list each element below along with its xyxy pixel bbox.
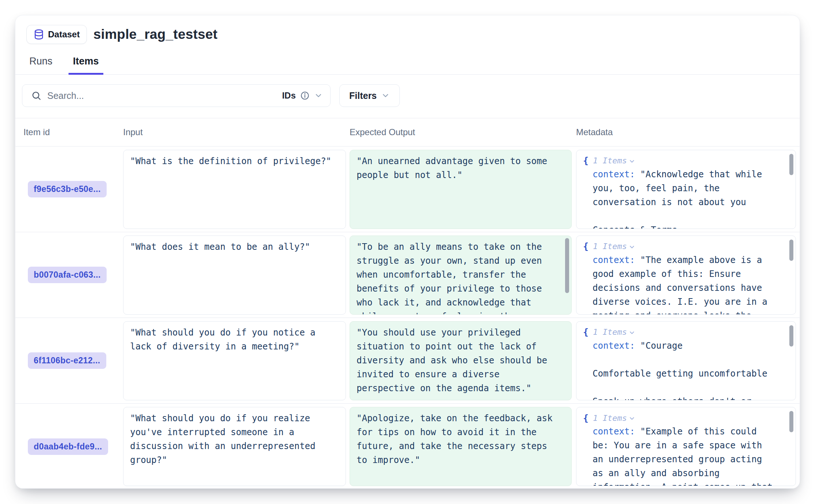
filters-button[interactable]: Filters xyxy=(339,84,400,107)
scrollbar-thumb[interactable] xyxy=(565,238,569,293)
chevron-down-icon[interactable] xyxy=(628,158,635,165)
scrollbar-thumb[interactable] xyxy=(789,154,793,175)
cell-text: "Apologize, take on the feedback, ask fo… xyxy=(357,411,565,467)
database-icon xyxy=(33,29,44,40)
chevron-down-icon[interactable] xyxy=(628,244,635,251)
search-input[interactable] xyxy=(47,90,282,101)
cell-text: "To be an ally means to take on the stru… xyxy=(357,240,565,315)
json-brace: { xyxy=(583,155,589,166)
input-cell: "What does it mean to be an ally?" xyxy=(123,236,346,315)
column-header-metadata: Metadata xyxy=(576,127,796,137)
input-cell: "What should you do if you notice a lack… xyxy=(123,321,346,400)
expected-output-cell: "You should use your privileged situatio… xyxy=(350,321,572,400)
expected-output-cell: "To be an ally means to take on the stru… xyxy=(350,236,572,315)
scrollbar-thumb[interactable] xyxy=(789,325,793,346)
filters-button-label: Filters xyxy=(349,90,377,101)
items-count: 1 Items xyxy=(593,156,627,165)
json-key: context: xyxy=(593,255,635,265)
scrollbar[interactable] xyxy=(788,152,794,227)
column-header-expected-output: Expected Output xyxy=(350,127,576,137)
metadata-cell: { 1 Items context: "Acknowledge that whi… xyxy=(576,150,796,229)
scrollbar-thumb[interactable] xyxy=(789,411,793,432)
chevron-down-icon[interactable] xyxy=(628,329,635,336)
tab-bar: Runs Items xyxy=(15,53,800,75)
scrollbar[interactable] xyxy=(788,323,794,399)
page-header: Dataset simple_rag_testset xyxy=(15,15,800,44)
cell-text: "An unearned advantage given to some peo… xyxy=(357,154,565,182)
table-row: d0aab4eb-fde9... "What should you do if … xyxy=(15,404,800,488)
expected-output-cell: "Apologize, take on the feedback, ask fo… xyxy=(350,407,572,486)
scrollbar-thumb[interactable] xyxy=(789,240,793,261)
table-row: 6f1106bc-e212... "What should you do if … xyxy=(15,318,800,404)
json-brace: { xyxy=(583,327,589,337)
metadata-json: context: "Example of this could be: You … xyxy=(583,425,789,486)
cell-text: "You should use your privileged situatio… xyxy=(357,326,565,395)
metadata-header: { 1 Items xyxy=(583,154,789,167)
metadata-json: context: "Acknowledge that while you, to… xyxy=(583,167,789,229)
scrollbar[interactable] xyxy=(788,237,794,313)
item-id-badge[interactable]: f9e56c3b-e50e... xyxy=(28,181,107,197)
json-key: context: xyxy=(593,341,635,351)
search-icon xyxy=(31,90,41,101)
cell-text: "What should you do if you realize you'v… xyxy=(130,411,339,467)
dataset-card: Dataset simple_rag_testset Runs Items ID… xyxy=(15,15,800,488)
json-key: context: xyxy=(593,426,635,437)
column-header-input: Input xyxy=(123,127,350,137)
items-count: 1 Items xyxy=(593,242,627,251)
item-id-badge[interactable]: b0070afa-c063... xyxy=(28,267,107,283)
input-cell: "What should you do if you realize you'v… xyxy=(123,407,346,486)
cell-text: "What should you do if you notice a lack… xyxy=(130,326,339,353)
search-scope-label: IDs xyxy=(282,90,296,101)
scrollbar[interactable] xyxy=(564,237,570,313)
table-header: Item id Input Expected Output Metadata xyxy=(15,118,800,147)
chevron-down-icon xyxy=(381,91,390,100)
toolbar: IDs Filters xyxy=(15,75,800,118)
tab-items[interactable]: Items xyxy=(69,53,103,75)
chevron-down-icon[interactable] xyxy=(314,91,323,100)
item-id-badge[interactable]: 6f1106bc-e212... xyxy=(28,352,106,369)
expected-output-cell: "An unearned advantage given to some peo… xyxy=(350,150,572,229)
metadata-header: { 1 Items xyxy=(583,411,789,425)
metadata-json: context: "The example above is a good ex… xyxy=(583,253,789,315)
search-box: IDs xyxy=(22,84,331,107)
metadata-json: context: "Courage Comfortable getting un… xyxy=(583,339,789,400)
json-brace: { xyxy=(583,241,589,252)
metadata-header: { 1 Items xyxy=(583,326,789,339)
info-icon[interactable] xyxy=(300,91,310,100)
metadata-cell: { 1 Items context: "Courage Comfortable … xyxy=(576,321,796,400)
page-title: simple_rag_testset xyxy=(93,27,218,42)
column-header-item-id: Item id xyxy=(23,127,123,137)
items-count: 1 Items xyxy=(593,327,627,337)
dataset-badge-label: Dataset xyxy=(48,29,80,40)
input-cell: "What is the definition of privilege?" xyxy=(123,150,346,229)
scrollbar[interactable] xyxy=(788,409,794,484)
items-count: 1 Items xyxy=(593,414,627,423)
json-key: context: xyxy=(593,169,635,179)
json-brace: { xyxy=(583,413,589,423)
table-row: b0070afa-c063... "What does it mean to b… xyxy=(15,232,800,318)
cell-text: "What does it mean to be an ally?" xyxy=(130,240,339,254)
metadata-cell: { 1 Items context: "The example above is… xyxy=(576,236,796,315)
cell-text: "What is the definition of privilege?" xyxy=(130,154,339,168)
chevron-down-icon[interactable] xyxy=(628,415,635,422)
metadata-cell: { 1 Items context: "Example of this coul… xyxy=(576,407,796,486)
table-row: f9e56c3b-e50e... "What is the definition… xyxy=(15,147,800,232)
tab-runs[interactable]: Runs xyxy=(25,53,57,75)
metadata-header: { 1 Items xyxy=(583,240,789,253)
item-id-badge[interactable]: d0aab4eb-fde9... xyxy=(28,438,108,455)
dataset-badge: Dataset xyxy=(26,25,87,44)
search-scope-selector[interactable]: IDs xyxy=(282,90,323,101)
